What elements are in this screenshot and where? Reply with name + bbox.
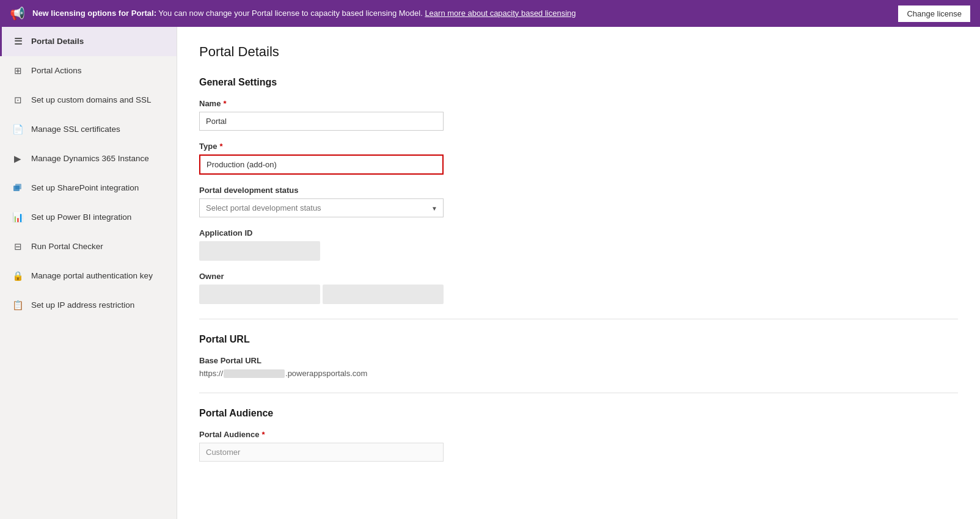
sidebar-label-dynamics365: Manage Dynamics 365 Instance (31, 153, 149, 164)
banner-icon: 📢 (10, 6, 25, 21)
sidebar-item-ssl-certs[interactable]: 📄 Manage SSL certificates (0, 115, 177, 144)
base-url-label: Base Portal URL (199, 356, 958, 365)
sidebar-item-dynamics365[interactable]: ▶ Manage Dynamics 365 Instance (0, 144, 177, 173)
portal-audience-title: Portal Audience (199, 408, 958, 419)
dynamics365-icon: ▶ (12, 153, 24, 165)
sidebar: ☰ Portal Details ⊞ Portal Actions ⊡ Set … (0, 27, 177, 519)
section-divider-2 (199, 393, 958, 393)
banner-description: You can now change your Portal license t… (158, 9, 422, 18)
base-url-text: https:// .powerappsportals.com (199, 369, 958, 378)
name-label: Name * (199, 99, 958, 108)
sidebar-label-ip-restriction: Set up IP address restriction (31, 300, 134, 311)
type-label: Type * (199, 142, 958, 151)
sidebar-item-ip-restriction[interactable]: 📋 Set up IP address restriction (0, 291, 177, 320)
sidebar-label-custom-domains: Set up custom domains and SSL (31, 95, 152, 106)
owner-bar-1 (199, 285, 320, 304)
sidebar-label-portal-details: Portal Details (31, 36, 84, 47)
owner-bar-2 (323, 285, 444, 304)
sidebar-label-ssl-certs: Manage SSL certificates (31, 124, 120, 135)
ssl-certs-icon: 📄 (12, 123, 24, 136)
sharepoint-icon (12, 182, 24, 194)
banner-text: New licensing options for Portal: You ca… (32, 8, 891, 19)
name-input[interactable] (199, 112, 444, 131)
banner-bold: New licensing options for Portal: (32, 9, 156, 18)
section-divider-1 (199, 319, 958, 319)
dev-status-label: Portal development status (199, 186, 958, 195)
banner-link[interactable]: Learn more about capacity based licensin… (425, 9, 576, 18)
owner-field-group: Owner (199, 272, 958, 304)
portal-details-icon: ☰ (12, 35, 24, 48)
base-url-field-group: Base Portal URL https:// .powerappsporta… (199, 356, 958, 378)
sidebar-item-portal-checker[interactable]: ⊟ Run Portal Checker (0, 232, 177, 261)
name-required: * (223, 99, 226, 108)
change-license-button[interactable]: Change license (898, 5, 970, 22)
sidebar-label-sharepoint: Set up SharePoint integration (31, 183, 139, 194)
top-banner: 📢 New licensing options for Portal: You … (0, 0, 980, 27)
sidebar-label-powerbi: Set up Power BI integration (31, 212, 131, 223)
portal-audience-field-group: Portal Audience * (199, 430, 958, 462)
url-redacted (224, 369, 285, 378)
page-title: Portal Details (199, 44, 958, 60)
auth-key-icon: 🔒 (12, 270, 24, 282)
app-id-bar (199, 241, 320, 261)
sidebar-item-powerbi[interactable]: 📊 Set up Power BI integration (0, 203, 177, 232)
portal-checker-icon: ⊟ (12, 241, 24, 253)
type-input[interactable] (199, 154, 444, 175)
portal-audience-input[interactable] (199, 443, 444, 462)
owner-label: Owner (199, 272, 958, 281)
sidebar-label-portal-actions: Portal Actions (31, 65, 82, 76)
ip-restriction-icon: 📋 (12, 299, 24, 311)
app-id-field-group: Application ID (199, 228, 958, 261)
powerbi-icon: 📊 (12, 211, 24, 223)
portal-actions-icon: ⊞ (12, 65, 24, 77)
portal-url-title: Portal URL (199, 334, 958, 345)
owner-skeleton (199, 285, 444, 304)
main-content: Portal Details General Settings Name * T… (177, 27, 980, 519)
sidebar-item-custom-domains[interactable]: ⊡ Set up custom domains and SSL (0, 85, 177, 115)
type-required: * (219, 142, 222, 151)
dev-status-field-group: Portal development status Select portal … (199, 186, 958, 217)
general-settings-title: General Settings (199, 77, 958, 88)
portal-audience-label: Portal Audience * (199, 430, 958, 439)
dev-status-select[interactable]: Select portal development status (199, 198, 444, 217)
svg-rect-1 (15, 184, 21, 189)
portal-audience-required: * (261, 430, 265, 439)
main-layout: ☰ Portal Details ⊞ Portal Actions ⊡ Set … (0, 27, 980, 519)
sidebar-item-auth-key[interactable]: 🔒 Manage portal authentication key (0, 261, 177, 291)
app-id-skeleton (199, 241, 444, 261)
sidebar-item-portal-actions[interactable]: ⊞ Portal Actions (0, 56, 177, 85)
type-field-group: Type * (199, 142, 958, 175)
name-field-group: Name * (199, 99, 958, 131)
sidebar-label-auth-key: Manage portal authentication key (31, 270, 153, 281)
custom-domains-icon: ⊡ (12, 94, 24, 106)
sidebar-item-sharepoint[interactable]: Set up SharePoint integration (0, 173, 177, 203)
sidebar-label-portal-checker: Run Portal Checker (31, 241, 103, 252)
sidebar-item-portal-details[interactable]: ☰ Portal Details (0, 27, 177, 56)
dev-status-select-wrapper: Select portal development status (199, 198, 444, 217)
app-id-label: Application ID (199, 228, 958, 238)
